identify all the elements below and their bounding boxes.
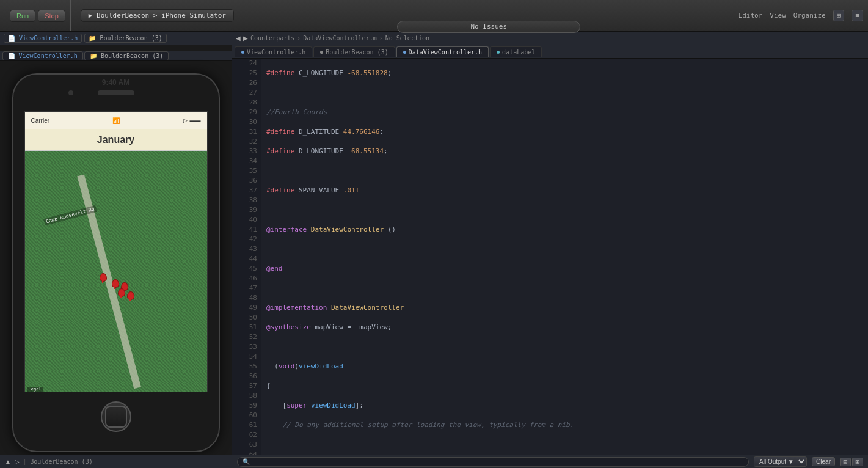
- editor-label: Editor: [739, 12, 763, 20]
- phone-status-bar: Carrier 📶 9:40 AM ▷ ▬▬: [25, 112, 207, 129]
- icon-buttons: ⊟ ⊞: [840, 458, 863, 466]
- breadcrumb-selection[interactable]: No Selection: [385, 35, 429, 42]
- iphone-device: Carrier 📶 9:40 AM ▷ ▬▬ January: [12, 73, 220, 452]
- home-button[interactable]: [101, 401, 131, 432]
- tab-boulderbeacon[interactable]: 📁 BoulderBeacon (3): [84, 51, 169, 60]
- code-line-32: @interface DataViewController (): [266, 225, 863, 235]
- map-view[interactable]: Camp Roosevelt Rd Legal: [25, 151, 208, 392]
- code-line-41: [super viewDidLoad];: [266, 401, 863, 411]
- code-editor-panel: ViewController.h BoulderBeacon (3) DataV…: [232, 45, 868, 455]
- issues-bar: No Issues: [397, 21, 580, 33]
- code-text[interactable]: #define C_LONGITUDE -68.551828; //Fourth…: [261, 59, 868, 455]
- icon-btn-2[interactable]: ⊞: [852, 458, 863, 466]
- home-button-inner: [105, 406, 127, 428]
- code-line-27: #define D_LATITUDE 44.766146;: [266, 127, 863, 137]
- bottom-left-panel: ▲ ▷ | BoulderBeacon (3): [0, 455, 232, 468]
- phone-app-header: January: [25, 129, 207, 151]
- right-breadcrumb: ◀ ▶ Counterparts › DataViewController.m …: [232, 32, 868, 45]
- tab-viewcontroller-h2[interactable]: ViewController.h: [235, 46, 312, 57]
- nav-back-btn[interactable]: ◀: [236, 35, 241, 42]
- tab-label-viewcontroller-h: ViewController.h: [247, 49, 305, 56]
- clear-button[interactable]: Clear: [812, 457, 835, 466]
- scheme-label: ▶ BoulderBeacon > iPhone Simulator: [89, 12, 226, 20]
- code-line-33: [266, 244, 863, 254]
- code-line-38: [266, 342, 863, 352]
- tab-viewcontroller-h[interactable]: 📄 ViewController.h: [2, 51, 83, 60]
- code-tabs-left: 📄 ViewController.h 📁 BoulderBeacon (3): [0, 51, 232, 61]
- dot-h2: [403, 51, 406, 54]
- phone-location-icon: ▷: [183, 117, 188, 123]
- code-line-25: [266, 88, 863, 98]
- tab-dataviewcontroller-h[interactable]: DataViewController.h: [396, 46, 489, 57]
- issues-label: No Issues: [470, 23, 507, 31]
- breadcrumb-counterparts[interactable]: Counterparts: [250, 35, 294, 42]
- tab-h-file[interactable]: 📄 ViewController.h: [4, 34, 82, 43]
- dot-h: [241, 51, 244, 54]
- phone-battery-icon: ▬▬: [190, 117, 201, 123]
- main-layout: 📄 ViewController.h 📁 BoulderBeacon (3) C…: [0, 45, 868, 455]
- icon-btn-1[interactable]: ⊟: [840, 458, 851, 466]
- map-legal: Legal: [27, 387, 43, 392]
- main-toolbar: Run Stop ▶ BoulderBeacon > iPhone Simula…: [0, 0, 868, 32]
- output-header: All Output ▼ Clear ⊟ ⊞: [232, 455, 868, 468]
- scheme-selector[interactable]: ▶ BoulderBeacon > iPhone Simulator: [81, 9, 234, 22]
- icon-list[interactable]: ≡: [852, 10, 863, 21]
- toolbar-right: Editor View Organize ⊞ ≡: [739, 10, 863, 21]
- dot-var: [497, 51, 500, 54]
- output-console: All Output ▼ Clear ⊟ ⊞ 2012-12-19 09:39:…: [232, 455, 868, 468]
- code-line-34: @end: [266, 264, 863, 274]
- breadcrumb-file[interactable]: DataViewController.m: [303, 35, 376, 42]
- code-area: 24 25 26 27 28 29 30 31 32 33 34 35 36 3…: [232, 59, 868, 455]
- phone-carrier: Carrier: [31, 117, 50, 124]
- bottom-nav: ▲ ▷ | BoulderBeacon (3): [0, 455, 232, 468]
- tab-label-boulderbeacon: BoulderBeacon (3): [326, 49, 388, 56]
- code-line-39: - (void)viewDidLoad: [266, 362, 863, 371]
- iphone-screen: Carrier 📶 9:40 AM ▷ ▬▬ January: [24, 111, 208, 392]
- scheme-section: ▶ BoulderBeacon > iPhone Simulator: [76, 0, 239, 31]
- code-line-35: [266, 283, 863, 293]
- run-stop-section: Run Stop: [5, 0, 71, 31]
- map-pin-5[interactable]: [126, 291, 134, 302]
- code-line-40: {: [266, 381, 863, 391]
- output-filter[interactable]: All Output ▼: [754, 456, 807, 467]
- code-line-31: [266, 205, 863, 215]
- map-background: [25, 151, 208, 392]
- tab-label-datalabel: dataLabel: [502, 49, 535, 56]
- code-line-29: [266, 166, 863, 176]
- tab-datalabel[interactable]: dataLabel: [490, 46, 542, 57]
- stop-button[interactable]: Stop: [38, 10, 65, 22]
- code-line-26: //Fourth Coords: [266, 108, 863, 117]
- iphone-camera: [68, 90, 73, 95]
- view-label: View: [770, 12, 786, 20]
- organize-label: Organize: [793, 12, 826, 20]
- line-numbers: 24 25 26 27 28 29 30 31 32 33 34 35 36 3…: [239, 59, 261, 455]
- bottom-nav-down[interactable]: ▷: [15, 458, 20, 465]
- nav-forward-btn[interactable]: ▶: [243, 35, 248, 42]
- file-tabs: ViewController.h BoulderBeacon (3) DataV…: [232, 45, 868, 59]
- icon-grid[interactable]: ⊞: [833, 10, 845, 21]
- bottom-path: BoulderBeacon (3): [30, 458, 92, 465]
- tab-boulderbeacon2[interactable]: BoulderBeacon (3): [313, 46, 395, 57]
- code-line-36: @implementation DataViewController: [266, 303, 863, 313]
- output-search[interactable]: [237, 457, 749, 467]
- run-button[interactable]: Run: [10, 10, 35, 22]
- map-pin-1[interactable]: [98, 273, 107, 284]
- tab-label-dataviewcontroller-h: DataViewController.h: [409, 49, 482, 56]
- code-line-43: [266, 440, 863, 450]
- iphone-bottom: [13, 392, 219, 441]
- bottom-area: ▲ ▷ | BoulderBeacon (3) All Output ▼ Cle…: [0, 455, 868, 468]
- tab-xcode[interactable]: 📁 BoulderBeacon (3): [84, 34, 166, 43]
- code-line-42: // Do any additional setup after loading…: [266, 420, 863, 430]
- map-pin-4[interactable]: [117, 288, 125, 299]
- dot-folder: [320, 51, 323, 54]
- phone-wifi-icon: 📶: [112, 117, 120, 124]
- code-line-37: @synthesize mapView = _mapView;: [266, 323, 863, 332]
- code-line-28: #define D_LONGITUDE -68.55134;: [266, 147, 863, 156]
- bottom-nav-up[interactable]: ▲: [5, 458, 11, 465]
- code-line-24: #define C_LONGITUDE -68.551828;: [266, 68, 863, 78]
- code-line-30: #define SPAN_VALUE .01f: [266, 186, 863, 196]
- phone-panel: 📄 ViewController.h 📁 BoulderBeacon (3) C…: [0, 45, 232, 455]
- code-gutter: [232, 59, 239, 455]
- iphone-speaker: [98, 90, 134, 95]
- left-breadcrumb: 📄 ViewController.h 📁 BoulderBeacon (3): [0, 32, 232, 45]
